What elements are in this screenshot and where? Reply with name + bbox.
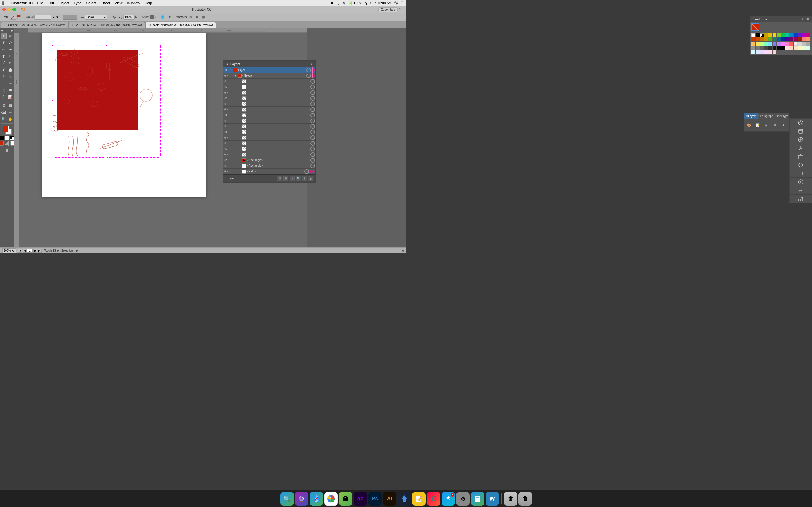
tab-0[interactable]: ✕ Untitled-2* @ 185.31% (CMYK/GPU Previe… [1, 22, 68, 27]
zoom-select[interactable]: 100% [2, 248, 16, 253]
new-layer-from-selection[interactable]: ⊡ [277, 176, 282, 181]
page-input[interactable] [27, 249, 33, 252]
rect1-row[interactable]: 👁 ▶ <Rectangle> [223, 158, 315, 163]
free-transform-button[interactable]: ⊡ [167, 14, 173, 20]
cp-vis-0[interactable]: 👁 [223, 78, 229, 84]
group-row[interactable]: 👁 ▼ <Group> [223, 73, 315, 78]
width-tool[interactable]: ⇿ [7, 80, 13, 87]
selection-tool[interactable] [1, 33, 7, 39]
cp-target-9[interactable] [310, 130, 315, 134]
menu-view[interactable]: View [114, 1, 122, 5]
tab-1-close[interactable]: ✕ [72, 23, 74, 26]
style-dropdown[interactable]: ▾ [155, 15, 156, 18]
layer-5-target[interactable] [306, 68, 311, 72]
handle-tl[interactable] [52, 44, 53, 46]
compound-path-row-13[interactable]: 👁 [223, 152, 315, 158]
cp-vis-10[interactable]: 👁 [223, 135, 229, 140]
graph-tool[interactable]: 📊 [7, 94, 13, 100]
scale-tool[interactable]: ⤡ [7, 73, 13, 80]
pencil-tool[interactable]: ✏ [1, 47, 7, 53]
path-row[interactable]: 👁 <Path> [223, 169, 315, 174]
close-button[interactable] [2, 8, 6, 11]
compound-path-row-0[interactable]: 👁 [223, 78, 315, 84]
maximize-button[interactable] [12, 8, 16, 11]
handle-tr[interactable] [160, 44, 161, 46]
menu-type[interactable]: Type [73, 1, 82, 5]
toolbox-collapse-left[interactable]: ◀ [1, 29, 3, 32]
rotate-tool[interactable]: ↻ [1, 73, 7, 80]
line-tool[interactable]: ╱ [1, 60, 7, 66]
white-swatch[interactable] [5, 136, 9, 140]
cp-target-6[interactable] [310, 113, 315, 117]
opacity-expand[interactable]: ▶ [135, 15, 138, 18]
next-page-btn[interactable]: ▶ [33, 249, 37, 252]
cp-vis-1[interactable]: 👁 [223, 84, 229, 90]
paintbrush-tool[interactable]: 🖌 [1, 67, 7, 73]
path-target[interactable] [305, 169, 309, 174]
toolbox-collapse-right[interactable]: ▶ [11, 29, 13, 32]
create-clipping-mask[interactable]: ⊞ [283, 176, 289, 181]
layer-5-row[interactable]: 👁 ▼ Layer 5 [223, 67, 315, 73]
compound-path-row-3[interactable]: 👁 [223, 96, 315, 101]
compound-path-row-8[interactable]: 👁 [223, 124, 315, 129]
compound-path-row-6[interactable]: 👁 [223, 112, 315, 118]
perspective-tool[interactable]: ⬡ [1, 94, 7, 100]
rect2-target[interactable] [310, 164, 315, 168]
compound-path-row-1[interactable]: 👁 [223, 84, 315, 90]
smooth-tool[interactable]: 〜 [7, 47, 13, 53]
puppet-warp-tool[interactable]: ✱ [7, 87, 13, 93]
zoom-tool[interactable]: 🔍 [1, 116, 7, 122]
compound-path-row-5[interactable]: 👁 [223, 107, 315, 112]
menu-file[interactable]: File [37, 1, 43, 5]
group-target[interactable] [306, 73, 311, 78]
menu-object[interactable]: Object [59, 1, 69, 5]
compound-path-row-4[interactable]: 👁 [223, 101, 315, 107]
cp-vis-3[interactable]: 👁 [223, 96, 229, 101]
cp-vis-4[interactable]: 👁 [223, 101, 229, 107]
none-mode[interactable]: ∅ [10, 141, 14, 146]
free-transform-tool[interactable]: ⊡ [1, 87, 7, 93]
menu-effect[interactable]: Effect [101, 1, 110, 5]
compound-path-row-12[interactable]: 👁 [223, 146, 315, 152]
group-visibility[interactable]: 👁 [223, 73, 229, 78]
tab-2[interactable]: ✕ pastaSwatch.ai* @ 100% (CMYK/GPU Previ… [146, 22, 216, 27]
blob-brush-tool[interactable]: ⬤ [7, 67, 13, 73]
style-swatch[interactable] [150, 15, 154, 19]
minimize-button[interactable] [7, 8, 11, 11]
stroke-value[interactable]: — [35, 15, 51, 20]
menu-extra[interactable]: ☰ [401, 1, 404, 5]
cp-vis-13[interactable]: 👁 [223, 152, 229, 158]
cp-target-11[interactable] [310, 141, 315, 146]
layer-5-expand[interactable]: ▼ [229, 67, 233, 73]
stroke-arrow-down[interactable]: ▼ [56, 15, 59, 18]
stroke-preset-select[interactable]: Basic [85, 15, 107, 20]
hand-tool[interactable]: ✋ [7, 116, 13, 122]
cp-target-3[interactable] [310, 96, 315, 101]
path-style-select[interactable]: ▾ [17, 15, 20, 20]
cp-target-12[interactable] [310, 147, 315, 151]
cp-vis-9[interactable]: 👁 [223, 129, 229, 135]
apple-menu[interactable]:  [2, 1, 4, 6]
close-panel-icon[interactable]: ✕ [399, 8, 402, 11]
cp-vis-6[interactable]: 👁 [223, 112, 229, 118]
rect-tool[interactable]: □ [7, 60, 13, 66]
cp-target-2[interactable] [310, 91, 315, 95]
cp-target-8[interactable] [310, 124, 315, 129]
search-icon[interactable]: ⚲ [365, 1, 368, 5]
cp-vis-8[interactable]: 👁 [223, 124, 229, 129]
area-type-tool[interactable]: T⁻ [7, 53, 13, 59]
layers-fly-out[interactable]: ▸▸ [225, 62, 229, 66]
path-visibility[interactable]: 👁 [223, 169, 229, 174]
rect1-visibility[interactable]: 👁 [223, 158, 229, 163]
cp-target-4[interactable] [310, 102, 315, 106]
type-tool[interactable]: T [1, 53, 7, 59]
menu-window[interactable]: Window [127, 1, 140, 5]
compound-path-row-10[interactable]: 👁 [223, 135, 315, 140]
globe-button[interactable]: 🌐 [160, 14, 165, 20]
menu-help[interactable]: Help [145, 1, 152, 5]
stroke-style-select[interactable]: — Basic [81, 15, 107, 20]
tab-0-close[interactable]: ✕ [4, 23, 6, 26]
new-layer-btn[interactable]: ⎘ [302, 176, 307, 181]
delete-layer[interactable]: 🔍 [296, 176, 301, 181]
path-icon[interactable] [10, 15, 16, 20]
